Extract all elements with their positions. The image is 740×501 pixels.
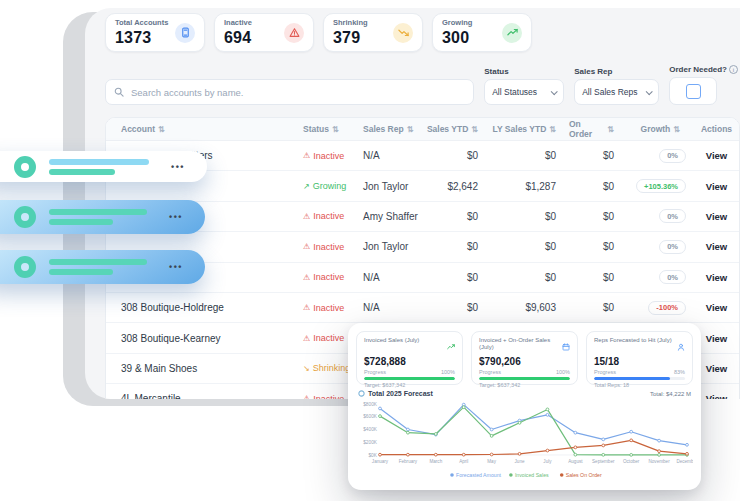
sales-ytd-cell: $0 [421, 272, 491, 283]
search-box [105, 79, 474, 105]
growth-cell: 0% [627, 240, 694, 254]
kpi-value: 15/18 [594, 356, 685, 367]
status-cell: ⚠ Inactive [301, 211, 356, 221]
status-icon: ⚠ [303, 394, 310, 399]
status-cell: ⚠ Inactive [301, 242, 356, 252]
view-button[interactable]: View [694, 150, 739, 161]
ly-sales-ytd-cell: $0 [491, 272, 569, 283]
more-options-button[interactable]: ••• [171, 162, 185, 172]
sales-rep-cell: Jon Taylor [356, 241, 421, 252]
sort-icon: ⇅ [471, 125, 478, 134]
stat-card-shrinking: Shrinking 379 [323, 13, 423, 52]
progress-percent: 100% [556, 369, 570, 375]
kpi-label: Invoiced Sales (July) [364, 337, 419, 344]
account-name-cell: 308 Boutique-Kearney [106, 333, 301, 344]
column-header[interactable]: Status ⇅ [301, 124, 356, 134]
status-icon: ⚠ [303, 212, 310, 221]
column-header[interactable]: Account ⇅ [106, 124, 301, 134]
svg-text:January: January [372, 459, 389, 464]
kpi-card: Invoiced + On-Order Sales (July) $790,20… [471, 331, 578, 385]
stat-card-total-accounts: Total Accounts 1373 [105, 13, 205, 52]
column-header[interactable]: LY Sales YTD ⇅ [491, 124, 569, 134]
status-icon: ⚠ [303, 242, 310, 251]
status-filter-group: Status All Statuses [484, 67, 564, 105]
order-needed-group: Order Needed? i [669, 65, 738, 105]
more-options-button[interactable]: ••• [169, 212, 183, 222]
status-cell: ⚠ Inactive [301, 272, 356, 282]
progress-label: Progress [594, 369, 616, 375]
view-button[interactable]: View [694, 241, 739, 252]
status-cell: ↗ Growing [301, 181, 356, 191]
column-header-label: Growth [641, 124, 671, 134]
kpi-card: Invoiced Sales (July) $728,888 Progress … [356, 331, 463, 385]
growth-cell: +105.36% [627, 179, 694, 193]
ly-sales-ytd-cell: $1,287 [491, 181, 569, 192]
accounts-icon [175, 23, 195, 43]
view-button[interactable]: View [694, 211, 739, 222]
column-header[interactable]: On Order ⇅ [569, 119, 627, 139]
growth-badge: 0% [659, 209, 686, 223]
on-order-cell: $0 [569, 241, 627, 252]
status-icon: ⚠ [303, 151, 310, 160]
growth-badge: -100% [648, 301, 686, 315]
ly-sales-ytd-cell: $0 [491, 150, 569, 161]
stat-label: Growing [442, 18, 472, 27]
view-button[interactable]: View [694, 181, 739, 192]
svg-text:October: October [623, 459, 640, 464]
svg-text:December: December [676, 459, 693, 464]
info-icon: i [729, 65, 738, 74]
kpi-card: Reps Forecasted to Hit (July) 15/18 Prog… [586, 331, 693, 385]
account-name-cell: 4L Mercantile [106, 393, 301, 399]
svg-text:$400K: $400K [363, 427, 378, 432]
status-label: Inactive [313, 394, 344, 399]
sort-icon: ⇅ [607, 125, 614, 134]
more-options-button[interactable]: ••• [169, 262, 183, 272]
column-header-label: On Order [569, 119, 604, 139]
skeleton-bar [49, 209, 147, 215]
status-icon: ⚠ [303, 273, 310, 282]
stat-value: 1373 [115, 29, 168, 47]
kpi-label: Reps Forecasted to Hit (July) [594, 337, 672, 344]
chevron-down-icon [551, 88, 558, 95]
progress-label: Progress [479, 369, 501, 375]
progress-bar [479, 377, 570, 380]
avatar-donut-icon [14, 256, 36, 278]
order-needed-checkbox[interactable] [686, 84, 701, 99]
svg-text:July: July [543, 459, 552, 464]
chart-title-text: Total 2025 Forecast [368, 390, 433, 397]
sales-rep-cell: Jon Taylor [356, 181, 421, 192]
progress-fill [479, 377, 570, 380]
column-header[interactable]: Growth ⇅ [627, 124, 694, 134]
search-input[interactable] [129, 86, 465, 99]
account-name-cell: 39 & Main Shoes [106, 363, 301, 374]
svg-text:$600K: $600K [363, 414, 378, 419]
svg-text:February: February [399, 459, 418, 464]
column-header-label: Sales YTD [427, 124, 468, 134]
sort-icon: ⇅ [549, 125, 556, 134]
view-button[interactable]: View [694, 272, 739, 283]
progress-percent: 83% [674, 369, 685, 375]
skeleton-bar [49, 159, 149, 165]
alert-triangle-icon [284, 23, 304, 43]
avatar-donut-icon [14, 206, 36, 228]
stat-label: Total Accounts [115, 18, 168, 27]
sales-rep-select[interactable]: All Sales Reps [574, 79, 659, 105]
trend-up-icon [447, 337, 455, 355]
kpi-footer: Target: $637,342 [479, 382, 570, 388]
view-button[interactable]: View [694, 302, 739, 313]
growth-cell: 0% [627, 149, 694, 163]
kpi-value: $728,888 [364, 356, 455, 367]
circle-icon [358, 390, 365, 397]
trend-up-icon [502, 23, 522, 43]
column-header[interactable]: Sales YTD ⇅ [421, 124, 491, 134]
sort-icon: ⇅ [332, 125, 339, 134]
status-select[interactable]: All Statuses [484, 79, 564, 105]
on-order-cell: $0 [569, 181, 627, 192]
chart-total: Total: $4,222 M [650, 391, 691, 397]
avatar-donut-icon [14, 156, 36, 178]
status-cell: ⚠ Inactive [301, 151, 356, 161]
svg-text:May: May [487, 459, 496, 464]
skeleton-pill: ••• [0, 200, 205, 234]
chart-header: Total 2025 Forecast Total: $4,222 M [356, 390, 693, 397]
column-header[interactable]: Sales Rep ⇅ [356, 124, 421, 134]
